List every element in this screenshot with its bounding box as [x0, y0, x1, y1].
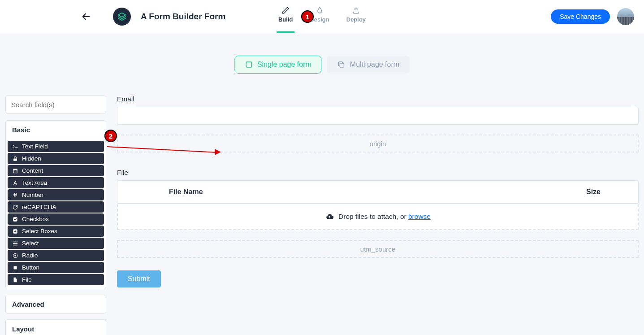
field-label: Number — [22, 191, 43, 198]
field-text-field[interactable]: Text Field — [8, 141, 104, 152]
topbar: A Form Builder Form Build Design Deploy … — [0, 0, 644, 33]
tab-build-label: Build — [278, 16, 293, 23]
email-label: Email — [117, 95, 639, 103]
content: Basic Text Field Hidden Content Text Are… — [0, 33, 644, 335]
col-size: Size — [549, 188, 638, 196]
search-field-wrap[interactable] — [5, 95, 106, 114]
utm-hidden-field[interactable]: utm_source — [117, 240, 639, 258]
panel-basic-header[interactable]: Basic — [6, 121, 106, 139]
file-icon — [12, 277, 18, 283]
font-icon — [12, 180, 18, 186]
hash-icon — [12, 192, 18, 198]
tab-deploy[interactable]: Deploy — [345, 6, 367, 33]
annotation-marker-2: 2 — [104, 130, 117, 142]
field-file[interactable]: File — [8, 274, 104, 285]
annotation-arrow-head — [215, 149, 221, 155]
svg-marker-1 — [118, 13, 126, 17]
square-icon — [245, 61, 253, 69]
svg-rect-5 — [13, 158, 17, 161]
upload-icon — [352, 6, 360, 14]
field-recaptcha[interactable]: reCAPTCHA — [8, 201, 104, 213]
field-text-area[interactable]: Text Area — [8, 177, 104, 188]
field-label: File — [22, 276, 32, 283]
svg-rect-13 — [14, 266, 17, 269]
refresh-icon — [12, 204, 18, 210]
check-square-icon — [12, 216, 18, 222]
field-label: Text Area — [22, 179, 47, 186]
annotation-marker-1: 1 — [301, 10, 314, 23]
save-button[interactable]: Save Changes — [551, 9, 610, 24]
basic-field-list: Text Field Hidden Content Text Area Numb… — [6, 139, 106, 289]
panel-layout-header: Layout — [6, 320, 106, 335]
field-select[interactable]: Select — [8, 238, 104, 249]
panel-basic: Basic Text Field Hidden Content Text Are… — [5, 120, 106, 289]
field-label: Content — [22, 167, 43, 174]
field-select-boxes[interactable]: Select Boxes — [8, 226, 104, 237]
field-label: Hidden — [22, 155, 41, 162]
field-label: Select Boxes — [22, 228, 57, 235]
field-label: reCAPTCHA — [22, 204, 56, 210]
col-name: File Name — [169, 188, 549, 196]
file-table: File Name Size — [117, 180, 639, 204]
submit-button[interactable]: Submit — [117, 270, 161, 287]
topbar-tabs: Build Design Deploy — [277, 0, 367, 33]
plus-square-icon — [12, 228, 18, 235]
form-canvas: Email origin File File Name Size Drop fi… — [106, 56, 644, 335]
field-number[interactable]: Number — [8, 189, 104, 200]
topbar-right: Save Changes — [551, 8, 634, 25]
field-label: Select — [22, 240, 39, 247]
single-page-toggle[interactable]: Single page form — [234, 56, 322, 74]
sidebar: Basic Text Field Hidden Content Text Are… — [5, 56, 106, 335]
multi-page-label: Multi page form — [350, 61, 399, 69]
lock-icon — [12, 156, 18, 162]
field-label: Text Field — [22, 143, 48, 150]
field-button[interactable]: Button — [8, 262, 104, 273]
field-hidden[interactable]: Hidden — [8, 153, 104, 164]
copy-icon — [337, 61, 346, 69]
dot-circle-icon — [12, 252, 18, 259]
dropzone-text-prefix: Drop files to attach, or — [338, 213, 408, 220]
tab-build[interactable]: Build — [277, 6, 295, 33]
brand-logo-icon — [113, 8, 131, 26]
cloud-upload-icon — [325, 212, 334, 221]
list-icon — [12, 240, 18, 247]
file-table-head: File Name Size — [117, 181, 638, 204]
field-label: Radio — [22, 252, 38, 259]
field-checkbox[interactable]: Checkbox — [8, 213, 104, 225]
svg-rect-4 — [340, 63, 344, 67]
terminal-icon — [12, 144, 18, 150]
utm-hidden-label: utm_source — [360, 245, 395, 253]
field-content[interactable]: Content — [8, 165, 104, 176]
page-type-toggle: Single page form Multi page form — [234, 56, 410, 74]
back-arrow-icon[interactable] — [81, 11, 91, 22]
field-label: Checkbox — [22, 216, 49, 222]
panel-layout[interactable]: Layout — [5, 319, 106, 335]
field-label: Button — [22, 264, 39, 271]
tab-deploy-label: Deploy — [346, 16, 366, 23]
field-radio[interactable]: Radio — [8, 250, 104, 261]
origin-hidden-field[interactable]: origin — [117, 135, 639, 152]
multi-page-toggle[interactable]: Multi page form — [327, 56, 410, 74]
svg-rect-3 — [246, 62, 251, 67]
origin-hidden-label: origin — [370, 140, 386, 148]
drop-icon — [316, 6, 324, 14]
pencil-icon — [281, 6, 290, 14]
email-input[interactable] — [117, 107, 639, 125]
file-dropzone[interactable]: Drop files to attach, or browse — [117, 204, 639, 230]
svg-point-12 — [14, 255, 16, 257]
archive-icon — [12, 168, 18, 174]
dropzone-browse-link[interactable]: browse — [408, 213, 431, 220]
avatar[interactable] — [617, 8, 634, 25]
svg-rect-7 — [13, 170, 17, 173]
dropzone-text: Drop files to attach, or browse — [338, 213, 431, 221]
search-input[interactable] — [11, 101, 100, 109]
stop-icon — [12, 265, 18, 271]
single-page-label: Single page form — [257, 61, 311, 69]
panel-advanced[interactable]: Advanced — [5, 295, 106, 314]
file-section: File File Name Size Drop files to attach… — [117, 169, 639, 230]
panel-advanced-header: Advanced — [6, 295, 106, 313]
brand-title: A Form Builder Form — [141, 12, 225, 22]
file-label: File — [117, 169, 639, 177]
topbar-left: A Form Builder Form — [81, 8, 225, 26]
